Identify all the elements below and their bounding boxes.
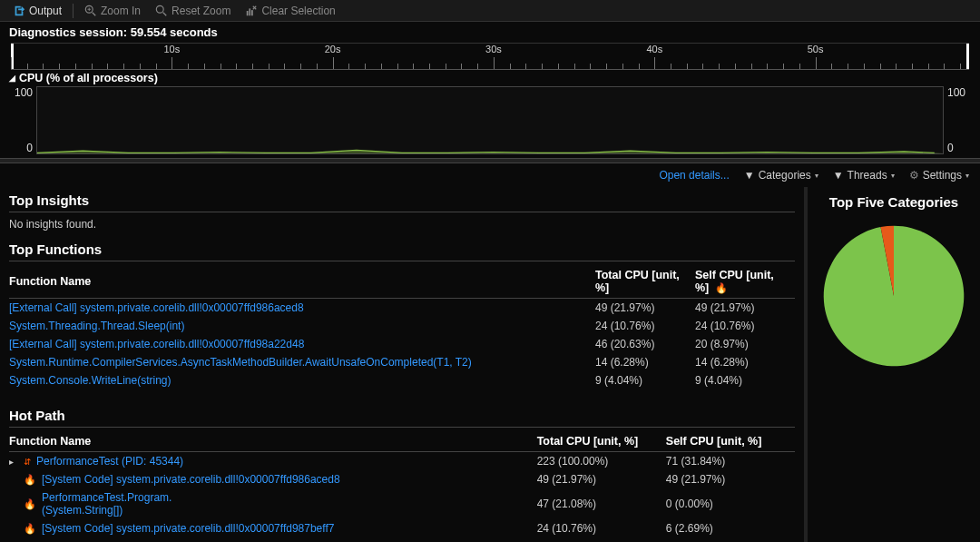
function-link[interactable]: PerformanceTest.Program.(System.String[]… <box>42 491 172 517</box>
function-link[interactable]: [System Code] system.private.corelib.dll… <box>42 522 334 535</box>
cpu-plot[interactable] <box>36 86 944 154</box>
table-row[interactable]: 🔥PerformanceTest.Program.(System.String[… <box>9 488 795 519</box>
col-total-cpu[interactable]: Total CPU [unit, %] <box>537 431 666 452</box>
zoom-in-icon <box>84 5 97 17</box>
total-cpu-value: 49 (21.97%) <box>595 299 695 318</box>
self-cpu-value: 71 (31.84%) <box>666 452 795 471</box>
zoom-in-label: Zoom In <box>101 5 141 17</box>
svg-rect-6 <box>247 11 249 15</box>
hot-path-table: Function Name Total CPU [unit, %] Self C… <box>9 431 795 537</box>
svg-line-5 <box>163 12 167 15</box>
flame-icon: 🔥 <box>715 282 728 293</box>
total-cpu-value: 46 (20.63%) <box>595 335 695 353</box>
table-row[interactable]: 🔥[System Code] system.private.corelib.dl… <box>9 519 795 537</box>
self-cpu-value: 9 (4.04%) <box>695 371 795 389</box>
function-link[interactable]: System.Console.WriteLine(string) <box>9 374 172 387</box>
function-link[interactable]: System.Runtime.CompilerServices.AsyncTas… <box>9 356 472 369</box>
table-row[interactable]: System.Console.WriteLine(string) 9 (4.04… <box>9 371 795 389</box>
cpu-ymax-left: 100 <box>9 86 33 99</box>
session-duration: 59.554 seconds <box>131 25 218 39</box>
funnel-icon: ▼ <box>833 169 844 182</box>
col-function-name[interactable]: Function Name <box>9 265 595 299</box>
timeline-tick-label: 10s <box>163 44 180 54</box>
clear-selection-button[interactable]: Clear Selection <box>240 3 340 19</box>
self-cpu-value: 0 (0.00%) <box>666 488 795 519</box>
no-insights-text: No insights found. <box>9 216 795 236</box>
cpu-ymin-right: 0 <box>947 142 971 154</box>
total-cpu-value: 49 (21.97%) <box>537 470 666 488</box>
svg-rect-7 <box>250 8 251 15</box>
table-row[interactable]: System.Runtime.CompilerServices.AsyncTas… <box>9 353 795 371</box>
settings-label: Settings <box>923 169 962 182</box>
timeline-tick-label: 40s <box>646 44 662 54</box>
table-row[interactable]: ▸⇵PerformanceTest (PID: 45344) 223 (100.… <box>9 452 795 471</box>
table-row[interactable]: 🔥[System Code] system.private.corelib.dl… <box>9 470 795 488</box>
col-total-cpu[interactable]: Total CPU [unit, %] <box>595 265 695 299</box>
hot-path-title: Hot Path <box>9 402 795 428</box>
svg-rect-8 <box>251 10 253 15</box>
timeline-tick-label: 50s <box>808 44 824 54</box>
clear-selection-icon <box>245 5 258 17</box>
settings-menu[interactable]: ⚙ Settings ▾ <box>909 169 969 182</box>
chevron-down-icon: ▾ <box>965 172 969 180</box>
cpu-header[interactable]: ◢ CPU (% of all processors) <box>9 72 971 84</box>
session-label-prefix: Diagnostics session: <box>9 25 127 39</box>
table-row[interactable]: System.Threading.Thread.Sleep(int) 24 (1… <box>9 317 795 335</box>
col-function-name[interactable]: Function Name <box>9 431 537 452</box>
total-cpu-value: 24 (10.76%) <box>595 317 695 335</box>
cpu-yaxis-right: 100 0 <box>944 86 971 154</box>
total-cpu-value: 24 (10.76%) <box>537 519 666 537</box>
output-button[interactable]: Output <box>7 3 67 19</box>
expand-icon[interactable]: ▸ <box>9 457 18 467</box>
self-cpu-value: 6 (2.69%) <box>666 519 795 537</box>
col-self-cpu[interactable]: Self CPU [unit, %] 🔥 <box>695 265 795 299</box>
col-self-cpu[interactable]: Self CPU [unit, %] <box>666 431 795 452</box>
left-pane: Top Insights No insights found. Top Func… <box>0 187 808 542</box>
reset-zoom-button[interactable]: Reset Zoom <box>150 3 236 19</box>
timeline-ruler[interactable]: 10s20s30s40s50s <box>11 43 969 70</box>
export-icon <box>13 5 25 17</box>
right-pane: Top Five Categories <box>808 187 980 542</box>
collapse-icon: ◢ <box>9 74 15 83</box>
function-link[interactable]: [External Call] system.private.corelib.d… <box>9 301 304 314</box>
function-link[interactable]: [External Call] system.private.corelib.d… <box>9 338 304 350</box>
top-functions-title: Top Functions <box>9 236 795 261</box>
total-cpu-value: 9 (4.04%) <box>595 371 695 389</box>
reset-zoom-label: Reset Zoom <box>172 5 230 17</box>
self-cpu-value: 24 (10.76%) <box>695 317 795 335</box>
pie-slice[interactable] <box>824 226 965 367</box>
function-link[interactable]: [System Code] system.private.corelib.dll… <box>42 473 340 486</box>
open-details-link[interactable]: Open details... <box>659 169 729 182</box>
table-row[interactable]: [External Call] system.private.corelib.d… <box>9 299 795 318</box>
threads-label: Threads <box>848 169 887 182</box>
reset-zoom-icon <box>155 5 168 17</box>
cpu-line-chart <box>37 87 943 153</box>
total-cpu-value: 47 (21.08%) <box>537 488 666 519</box>
filter-bar: Open details... ▼ Categories ▾ ▼ Threads… <box>0 163 980 187</box>
cpu-section: ◢ CPU (% of all processors) 100 0 100 0 <box>0 70 980 158</box>
flame-icon: 🔥 <box>24 474 36 486</box>
session-header: Diagnostics session: 59.554 seconds <box>0 22 980 43</box>
categories-filter[interactable]: ▼ Categories ▾ <box>744 169 818 182</box>
top-insights-title: Top Insights <box>9 187 795 212</box>
svg-line-1 <box>93 12 96 15</box>
gear-icon: ⚙ <box>909 169 919 182</box>
function-link[interactable]: PerformanceTest (PID: 45344) <box>36 455 183 468</box>
flame-icon: 🔥 <box>24 523 36 535</box>
categories-label: Categories <box>759 169 811 182</box>
funnel-icon: ▼ <box>744 169 755 182</box>
threads-filter[interactable]: ▼ Threads ▾ <box>833 169 895 182</box>
timeline-tick-label: 30s <box>485 44 502 54</box>
main-content: Top Insights No insights found. Top Func… <box>0 187 980 542</box>
self-cpu-value: 14 (6.28%) <box>695 353 795 371</box>
cpu-graph[interactable]: 100 0 100 0 <box>9 86 971 154</box>
cpu-yaxis-left: 100 0 <box>9 86 36 154</box>
categories-pie-chart[interactable] <box>815 219 973 373</box>
function-link[interactable]: System.Threading.Thread.Sleep(int) <box>9 320 184 332</box>
top-functions-table: Function Name Total CPU [unit, %] Self C… <box>9 265 795 389</box>
self-cpu-value: 49 (21.97%) <box>666 470 795 488</box>
zoom-in-button[interactable]: Zoom In <box>79 3 146 19</box>
toolbar: Output Zoom In Reset Zoom Clear Selectio… <box>0 0 980 22</box>
table-row[interactable]: [External Call] system.private.corelib.d… <box>9 335 795 353</box>
timeline-end-marker[interactable] <box>966 44 969 69</box>
